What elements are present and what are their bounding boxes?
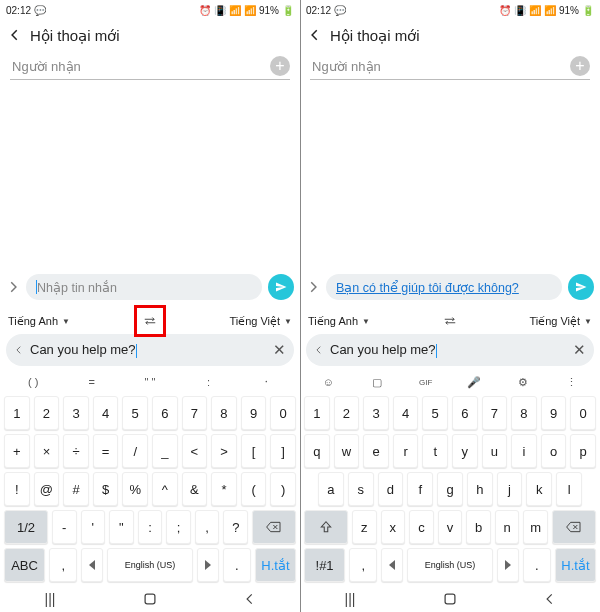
key-period[interactable]: . — [523, 548, 551, 582]
key-'[interactable]: ' — [81, 510, 106, 544]
key-)[interactable]: ) — [270, 472, 296, 506]
key-page-toggle[interactable]: 1/2 — [4, 510, 48, 544]
key-y[interactable]: y — [452, 434, 478, 468]
expand-button[interactable] — [306, 280, 320, 294]
key-s[interactable]: s — [348, 472, 374, 506]
recipient-input[interactable] — [10, 58, 270, 75]
key-q[interactable]: q — [304, 434, 330, 468]
key-#[interactable]: # — [63, 472, 89, 506]
translate-clear[interactable]: ✕ — [573, 341, 586, 359]
key-2[interactable]: 2 — [34, 396, 60, 430]
key-8[interactable]: 8 — [211, 396, 237, 430]
key-;[interactable]: ; — [166, 510, 191, 544]
key-symbols[interactable]: !#1 — [304, 548, 345, 582]
key-?[interactable]: ? — [223, 510, 248, 544]
send-button[interactable] — [568, 274, 594, 300]
key-%[interactable]: % — [122, 472, 148, 506]
key-*[interactable]: * — [211, 472, 237, 506]
key-7[interactable]: 7 — [182, 396, 208, 430]
key-3[interactable]: 3 — [63, 396, 89, 430]
key-&[interactable]: & — [182, 472, 208, 506]
key-^[interactable]: ^ — [152, 472, 178, 506]
swap-languages-button[interactable] — [439, 310, 461, 332]
suggest-quotes[interactable]: " " — [121, 376, 179, 388]
key-shortcut[interactable]: H.tắt — [255, 548, 296, 582]
suggest-bullet[interactable]: ᛫ — [238, 376, 296, 388]
source-language[interactable]: Tiếng Anh▼ — [308, 315, 370, 328]
back-button[interactable] — [308, 28, 322, 45]
sticker-icon[interactable]: ▢ — [353, 376, 402, 389]
key-([interactable]: ( — [241, 472, 267, 506]
back-button[interactable] — [8, 28, 22, 45]
key-f[interactable]: f — [407, 472, 433, 506]
key-g[interactable]: g — [437, 472, 463, 506]
nav-recent[interactable]: ||| — [339, 592, 361, 607]
key-d[interactable]: d — [378, 472, 404, 506]
key-6[interactable]: 6 — [452, 396, 478, 430]
key-b[interactable]: b — [466, 510, 491, 544]
key-3[interactable]: 3 — [363, 396, 389, 430]
key-v[interactable]: v — [438, 510, 463, 544]
key-,[interactable]: , — [195, 510, 220, 544]
add-recipient-button[interactable]: + — [570, 56, 590, 76]
expand-button[interactable] — [6, 280, 20, 294]
key-"[interactable]: " — [109, 510, 134, 544]
key-p[interactable]: p — [570, 434, 596, 468]
key-backspace[interactable] — [552, 510, 596, 544]
key-shortcut[interactable]: H.tắt — [555, 548, 596, 582]
key-a[interactable]: a — [318, 472, 344, 506]
key-0[interactable]: 0 — [570, 396, 596, 430]
key-c[interactable]: c — [409, 510, 434, 544]
message-input[interactable]: Bạn có thể giúp tôi được không? — [326, 274, 562, 300]
key-_[interactable]: _ — [152, 434, 178, 468]
key-x[interactable]: x — [381, 510, 406, 544]
key-lang-prev[interactable] — [381, 548, 403, 582]
nav-recent[interactable]: ||| — [39, 592, 61, 607]
voice-icon[interactable]: 🎤 — [450, 376, 499, 389]
key-8[interactable]: 8 — [511, 396, 537, 430]
settings-icon[interactable]: ⚙ — [499, 376, 548, 389]
send-button[interactable] — [268, 274, 294, 300]
nav-back[interactable] — [239, 592, 261, 607]
key-period[interactable]: . — [223, 548, 251, 582]
target-language[interactable]: Tiếng Việt▼ — [229, 315, 292, 328]
key-t[interactable]: t — [422, 434, 448, 468]
key-lang-prev[interactable] — [81, 548, 103, 582]
key-:[interactable]: : — [138, 510, 163, 544]
key-][interactable]: ] — [270, 434, 296, 468]
translate-clear[interactable]: ✕ — [273, 341, 286, 359]
key-0[interactable]: 0 — [270, 396, 296, 430]
key-$[interactable]: $ — [93, 472, 119, 506]
key-×[interactable]: × — [34, 434, 60, 468]
key-1[interactable]: 1 — [4, 396, 30, 430]
key-5[interactable]: 5 — [422, 396, 448, 430]
key-space[interactable]: English (US) — [407, 548, 493, 582]
suggest-equals[interactable]: = — [62, 376, 120, 388]
key-+[interactable]: + — [4, 434, 30, 468]
nav-back[interactable] — [539, 592, 561, 607]
target-language[interactable]: Tiếng Việt▼ — [529, 315, 592, 328]
key-space[interactable]: English (US) — [107, 548, 193, 582]
gif-icon[interactable]: GIF — [401, 378, 450, 387]
key-lang-next[interactable] — [497, 548, 519, 582]
key-k[interactable]: k — [526, 472, 552, 506]
key-5[interactable]: 5 — [122, 396, 148, 430]
key-=[interactable]: = — [93, 434, 119, 468]
key-1[interactable]: 1 — [304, 396, 330, 430]
key-<[interactable]: < — [182, 434, 208, 468]
translate-collapse[interactable] — [314, 345, 324, 355]
add-recipient-button[interactable]: + — [270, 56, 290, 76]
translate-input[interactable]: Can you help me? — [30, 342, 267, 358]
nav-home[interactable] — [139, 592, 161, 607]
translate-collapse[interactable] — [14, 345, 24, 355]
swap-languages-button[interactable] — [134, 305, 166, 337]
key-÷[interactable]: ÷ — [63, 434, 89, 468]
key->[interactable]: > — [211, 434, 237, 468]
key-backspace[interactable] — [252, 510, 296, 544]
key--[interactable]: - — [52, 510, 77, 544]
key-o[interactable]: o — [541, 434, 567, 468]
suggest-parens[interactable]: ( ) — [4, 376, 62, 388]
source-language[interactable]: Tiếng Anh▼ — [8, 315, 70, 328]
translate-input[interactable]: Can you help me? — [330, 342, 567, 358]
key-2[interactable]: 2 — [334, 396, 360, 430]
